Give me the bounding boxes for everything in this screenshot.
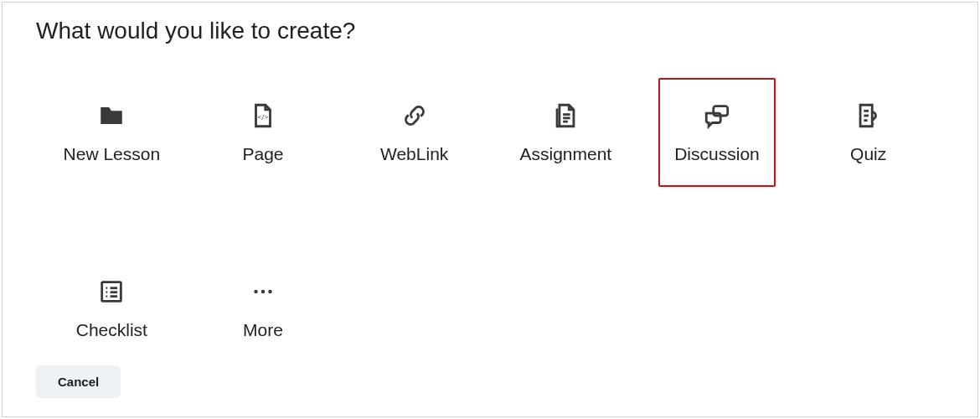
svg-point-16 [254,290,258,294]
svg-point-12 [106,292,108,293]
option-assignment[interactable]: Assignment [507,78,624,187]
option-label: WebLink [380,144,448,164]
svg-point-8 [872,123,874,125]
option-label: More [243,320,283,340]
option-label: New Lesson [64,144,161,164]
option-more[interactable]: More [204,254,322,363]
svg-text:</>: </> [258,113,269,121]
dialog-footer: Cancel [36,365,121,398]
quiz-icon [854,101,884,131]
option-weblink[interactable]: WebLink [356,78,473,187]
discussion-icon [702,101,732,131]
svg-point-18 [268,290,272,294]
assignment-icon [550,101,580,131]
options-grid: New Lesson </> Page WebLink [36,78,944,363]
svg-point-10 [106,287,108,289]
option-label: Discussion [674,144,760,164]
option-label: Quiz [850,144,886,164]
page-icon: </> [248,101,278,131]
create-dialog: What would you like to create? New Lesso… [2,2,978,417]
option-label: Assignment [519,144,611,164]
option-page[interactable]: </> Page [204,78,322,187]
link-icon [400,101,430,131]
folder-icon [96,101,126,131]
svg-point-14 [106,296,108,297]
option-label: Page [242,144,283,164]
cancel-button[interactable]: Cancel [36,365,121,398]
option-new-lesson[interactable]: New Lesson [53,78,170,187]
option-quiz[interactable]: Quiz [810,78,927,187]
more-icon [248,277,278,307]
option-discussion[interactable]: Discussion [658,78,776,187]
checklist-icon [96,277,126,307]
dialog-title: What would you like to create? [36,18,944,44]
svg-point-17 [261,290,266,294]
option-label: Checklist [76,320,147,340]
option-checklist[interactable]: Checklist [53,254,170,363]
